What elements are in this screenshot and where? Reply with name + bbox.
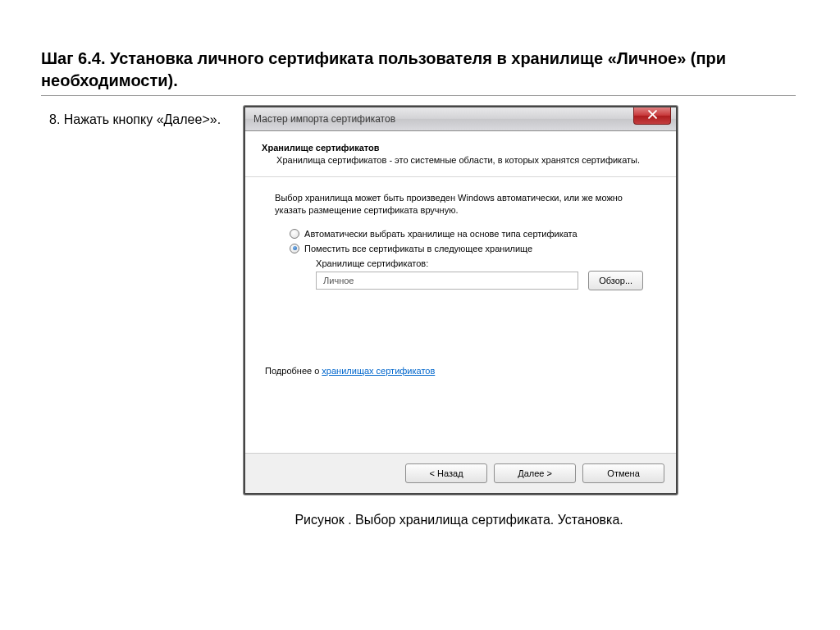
close-button[interactable] <box>633 107 671 125</box>
wizard-dialog: Мастер импорта сертификатов Хранилище се… <box>244 106 678 495</box>
radio-icon <box>290 244 299 253</box>
radio-label-auto: Автоматически выбрать хранилище на основ… <box>304 229 578 239</box>
figure-caption: Рисунок . Выбор хранилища сертификата. У… <box>244 513 674 527</box>
more-info: Подробнее о хранилищах сертификатов <box>265 366 643 376</box>
back-button[interactable]: < Назад <box>405 463 487 483</box>
section-description: Хранилища сертификатов - это системные о… <box>276 154 643 167</box>
store-value: Личное <box>323 276 354 285</box>
instruction-text: 8. Нажать кнопку «Далее>». <box>41 106 221 129</box>
radio-option-auto[interactable]: Автоматически выбрать хранилище на основ… <box>290 229 643 239</box>
wizard-paragraph: Выбор хранилища может быть произведен Wi… <box>275 192 643 217</box>
browse-button[interactable]: Обзор... <box>588 271 643 290</box>
titlebar[interactable]: Мастер импорта сертификатов <box>245 107 676 131</box>
button-row: < Назад Далее > Отмена <box>245 454 676 493</box>
radio-option-manual[interactable]: Поместить все сертификаты в следующее хр… <box>290 244 643 253</box>
radio-label-manual: Поместить все сертификаты в следующее хр… <box>304 244 532 253</box>
cancel-button[interactable]: Отмена <box>582 463 664 483</box>
radio-icon <box>290 229 299 239</box>
close-icon <box>648 110 657 121</box>
more-info-prefix: Подробнее о <box>265 366 322 376</box>
divider <box>245 176 676 177</box>
window-title: Мастер импорта сертификатов <box>253 113 395 125</box>
page-heading: Шаг 6.4. Установка личного сертификата п… <box>41 48 796 96</box>
next-button[interactable]: Далее > <box>494 463 576 483</box>
section-title: Хранилище сертификатов <box>262 143 643 153</box>
store-input[interactable]: Личное <box>316 272 578 290</box>
store-label: Хранилище сертификатов: <box>316 258 643 268</box>
more-info-link[interactable]: хранилищах сертификатов <box>322 366 435 376</box>
